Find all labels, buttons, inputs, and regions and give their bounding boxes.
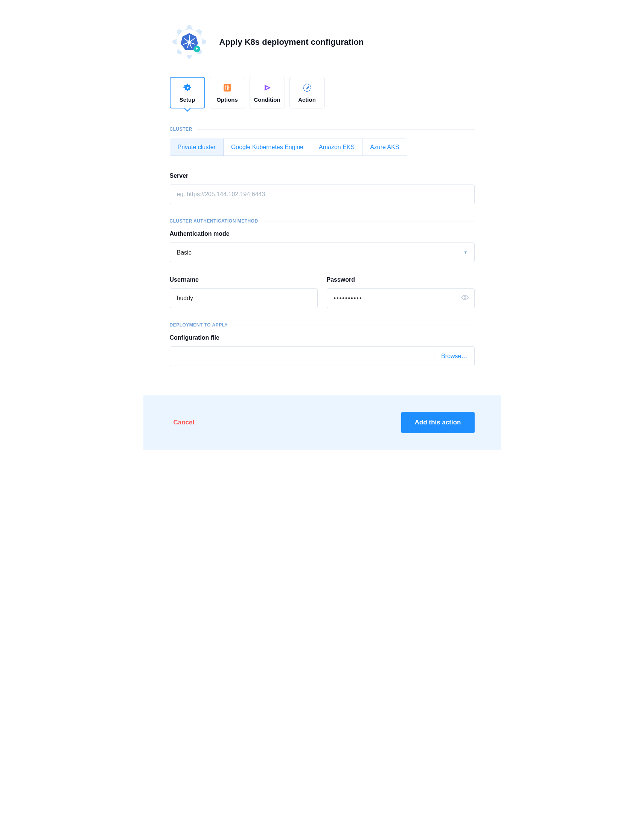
tab-label: Options bbox=[217, 96, 238, 103]
page-title: Apply K8s deployment configuration bbox=[219, 37, 364, 47]
tab-action[interactable]: Action bbox=[289, 77, 325, 109]
action-brush-icon bbox=[302, 83, 312, 93]
section-deployment: DEPLOYMENT TO APPLY bbox=[170, 322, 475, 327]
config-file-label: Configuration file bbox=[170, 334, 475, 341]
options-sliders-icon bbox=[222, 83, 232, 93]
tab-condition[interactable]: Condition bbox=[250, 77, 285, 109]
cluster-option-eks[interactable]: Amazon EKS bbox=[311, 139, 363, 156]
username-input[interactable] bbox=[170, 288, 318, 308]
username-label: Username bbox=[170, 276, 318, 283]
cluster-option-private[interactable]: Private cluster bbox=[170, 139, 223, 156]
cancel-button[interactable]: Cancel bbox=[170, 413, 198, 431]
tab-setup[interactable]: Setup bbox=[170, 77, 205, 109]
section-label: CLUSTER AUTHENTICATION METHOD bbox=[170, 219, 258, 224]
condition-play-icon bbox=[262, 83, 272, 93]
password-label: Password bbox=[327, 276, 475, 283]
svg-point-18 bbox=[464, 297, 466, 299]
section-cluster: CLUSTER bbox=[170, 127, 475, 132]
cluster-type-segmented: Private cluster Google Kubernetes Engine… bbox=[170, 138, 407, 156]
cluster-option-gke[interactable]: Google Kubernetes Engine bbox=[223, 139, 311, 156]
divider bbox=[263, 221, 475, 221]
add-action-button[interactable]: Add this action bbox=[401, 412, 475, 433]
auth-mode-select[interactable]: Basic bbox=[170, 242, 475, 262]
eye-icon[interactable] bbox=[461, 294, 468, 303]
tab-label: Action bbox=[298, 96, 316, 103]
svg-point-16 bbox=[228, 87, 229, 88]
password-input[interactable] bbox=[327, 288, 475, 308]
tab-bar: Setup Options bbox=[170, 77, 475, 109]
tab-options[interactable]: Options bbox=[210, 77, 245, 109]
page-header: Apply K8s deployment configuration bbox=[170, 23, 475, 62]
tab-label: Setup bbox=[179, 96, 196, 103]
kubernetes-gear-icon bbox=[170, 23, 209, 62]
svg-point-14 bbox=[225, 86, 226, 87]
tab-label: Condition bbox=[254, 96, 281, 103]
divider bbox=[197, 129, 475, 130]
server-input[interactable] bbox=[170, 184, 475, 204]
section-label: DEPLOYMENT TO APPLY bbox=[170, 322, 228, 327]
svg-point-15 bbox=[227, 88, 228, 89]
config-file-input[interactable] bbox=[170, 347, 434, 366]
section-label: CLUSTER bbox=[170, 127, 192, 132]
cluster-option-aks[interactable]: Azure AKS bbox=[363, 139, 406, 156]
footer-bar: Cancel Add this action bbox=[143, 395, 501, 450]
auth-mode-label: Authentication mode bbox=[170, 230, 475, 237]
browse-button[interactable]: Browse… bbox=[434, 347, 474, 366]
section-auth: CLUSTER AUTHENTICATION METHOD bbox=[170, 219, 475, 224]
setup-gear-icon bbox=[182, 83, 192, 93]
server-label: Server bbox=[170, 173, 475, 179]
